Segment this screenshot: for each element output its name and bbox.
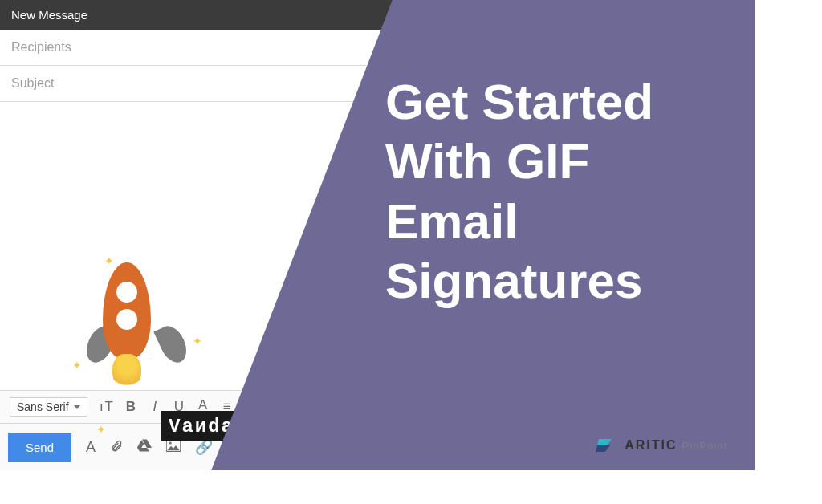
insert-photo-icon[interactable] [166,439,181,456]
signature-rocket-icon: ✦ ✦ ✦ ✦ ✦ [72,254,201,415]
brand-logo: ARITIC PinPoint [597,438,727,453]
insert-link-icon[interactable]: 🔗 [195,438,213,456]
brand-sub: PinPoint [682,440,727,452]
insert-drive-icon[interactable] [137,439,152,456]
brand-wing-icon [596,439,621,452]
hero-headline: Get Started With GIF Email Signatures [385,72,730,311]
send-button[interactable]: Send [8,433,71,462]
svg-point-1 [169,441,172,444]
formatting-button[interactable]: A [86,439,96,456]
attach-file-icon[interactable] [110,438,123,457]
font-family-label: Sans Serif [17,400,69,413]
brand-name: ARITIC [625,438,677,453]
